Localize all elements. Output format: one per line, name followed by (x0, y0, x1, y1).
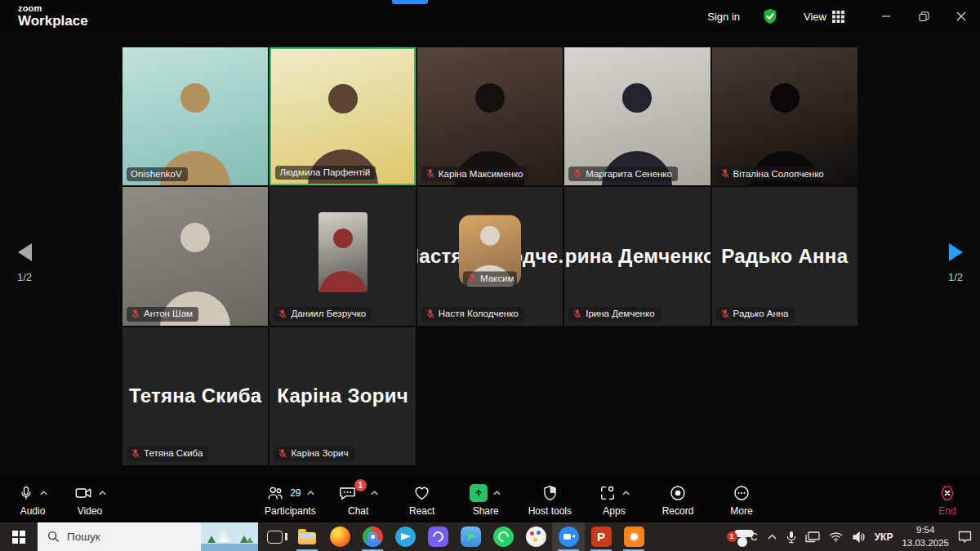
participant-name-label: Радько Анна (716, 307, 795, 322)
video-button[interactable]: Video (69, 483, 111, 517)
security-shield-icon[interactable] (761, 7, 779, 25)
tray-microphone-icon[interactable] (786, 531, 796, 544)
share-button[interactable]: Share (465, 483, 507, 517)
powerpoint-icon: P (591, 527, 612, 547)
page-indicator-left: 1/2 (0, 271, 49, 283)
sign-in-button[interactable]: Sign in (707, 11, 740, 23)
windows-logo-icon (12, 531, 18, 536)
taskbar-search[interactable]: Пошук (38, 522, 258, 551)
react-button[interactable]: React (401, 483, 443, 517)
telegram-button[interactable] (389, 522, 421, 551)
heart-icon (412, 484, 431, 502)
muted-mic-icon (720, 168, 730, 179)
participants-button[interactable]: 29 Participants (265, 483, 316, 517)
tray-chevron-up-icon[interactable] (767, 533, 777, 540)
zoom-app-icon (559, 527, 579, 547)
participant-tile[interactable]: Радько АннаРадько Анна (712, 187, 858, 325)
restore-button[interactable] (905, 0, 942, 33)
notification-center-icon[interactable] (958, 531, 972, 543)
chat-button[interactable]: 1 Chat (337, 483, 380, 517)
participant-name-label: Максим Токар (463, 271, 517, 286)
participants-count: 29 (290, 487, 301, 499)
muted-mic-icon (572, 168, 582, 179)
video-app-button[interactable] (454, 522, 487, 551)
host-tools-button[interactable]: Host tools (528, 483, 572, 517)
person-silhouette (712, 47, 858, 185)
participant-name-label: Маргарита Сененко (568, 167, 678, 181)
search-placeholder: Пошук (67, 531, 100, 543)
person-silhouette (417, 47, 563, 185)
zoom-app-button[interactable] (552, 522, 585, 551)
participant-tile[interactable]: Віталіна Солопченко (712, 47, 858, 185)
participants-icon (265, 484, 285, 502)
tray-wifi-icon[interactable] (829, 531, 843, 542)
gallery-prev-page-button[interactable]: 1/2 (0, 243, 49, 283)
screen-top-indicator (392, 0, 428, 4)
participant-name-label: Каріна Максименко (421, 167, 529, 181)
participant-tile[interactable]: Максим Токар (459, 215, 521, 290)
prev-arrow-icon (18, 243, 32, 261)
clock[interactable]: 9:54 13.03.2025 (902, 524, 949, 549)
photoscape-button[interactable] (617, 522, 650, 551)
end-meeting-button[interactable]: End (926, 483, 969, 517)
close-button[interactable] (942, 0, 980, 33)
participant-name-label: Каріна Зорич (274, 447, 354, 461)
file-explorer-button[interactable] (291, 522, 323, 551)
logo-workplace-text: Workplace (18, 14, 88, 29)
language-indicator[interactable]: УКР (875, 531, 893, 543)
zoom-workplace-logo: zoom Workplace (0, 4, 88, 28)
photoscape-icon (624, 527, 644, 547)
muted-mic-icon (278, 309, 287, 319)
participant-grid: OnishenkoVЛюдмила ПарфентійКаріна Максим… (122, 47, 858, 465)
participant-tile[interactable]: Маргарита Сененко (564, 47, 710, 185)
next-arrow-icon (949, 243, 963, 261)
participant-tile[interactable]: Людмила Парфентій (270, 47, 415, 185)
start-button[interactable] (0, 522, 38, 551)
muted-mic-icon (131, 448, 140, 459)
chat-notification-badge: 1 (354, 479, 367, 491)
powerpoint-button[interactable]: P (585, 522, 617, 551)
participant-tile[interactable]: Ірина ДемченкоІрина Демченко (564, 187, 710, 325)
participant-tile[interactable]: Даниил Безручко (270, 187, 415, 325)
task-view-icon (267, 531, 283, 544)
participant-name-label: Настя Колодченко (421, 307, 524, 322)
chrome-icon (363, 527, 383, 547)
windows-taskbar: Пошук P 1 9°C УКР 9:54 13.03.2025 (0, 522, 980, 551)
chrome-button[interactable] (356, 522, 389, 551)
tray-display-icon[interactable] (805, 531, 820, 543)
camera-icon (74, 484, 93, 502)
paint-icon (526, 527, 546, 547)
participant-tile[interactable]: Тетяна СкибаТетяна Скиба (122, 327, 268, 465)
tray-time: 9:54 (902, 524, 949, 537)
gallery-next-page-button[interactable]: 1/2 (931, 243, 980, 283)
page-indicator-right: 1/2 (931, 271, 980, 283)
person-silhouette (271, 49, 413, 184)
record-button[interactable]: Record (657, 483, 699, 517)
firefox-button[interactable] (323, 522, 356, 551)
paint-button[interactable] (519, 522, 552, 551)
viber-icon (428, 527, 448, 547)
minimize-button[interactable] (867, 0, 905, 33)
tray-speaker-icon[interactable] (852, 531, 866, 543)
participant-tile[interactable]: Каріна ЗоричКаріна Зорич (270, 327, 415, 465)
participant-display-name: Тетяна Скиба (122, 327, 268, 465)
weather-badge: 1 (727, 531, 737, 542)
viber-button[interactable] (421, 522, 454, 551)
view-button[interactable]: View (804, 11, 844, 23)
end-icon (938, 484, 956, 502)
file-explorer-icon (298, 532, 316, 544)
record-icon (669, 484, 687, 502)
shield-icon (541, 484, 559, 502)
person-silhouette (122, 47, 268, 185)
more-icon (733, 484, 751, 502)
whatsapp-button[interactable] (487, 522, 519, 551)
muted-mic-icon (278, 448, 287, 459)
participant-tile[interactable]: Каріна Максименко (417, 47, 563, 185)
participant-tile[interactable]: OnishenkoV (122, 47, 268, 185)
participant-tile[interactable]: Антон Шам (122, 187, 268, 325)
task-view-button[interactable] (258, 522, 291, 551)
chevron-up-icon (370, 490, 379, 496)
audio-button[interactable]: Audio (11, 483, 54, 517)
more-button[interactable]: More (720, 483, 763, 517)
apps-button[interactable]: Apps (593, 483, 635, 517)
